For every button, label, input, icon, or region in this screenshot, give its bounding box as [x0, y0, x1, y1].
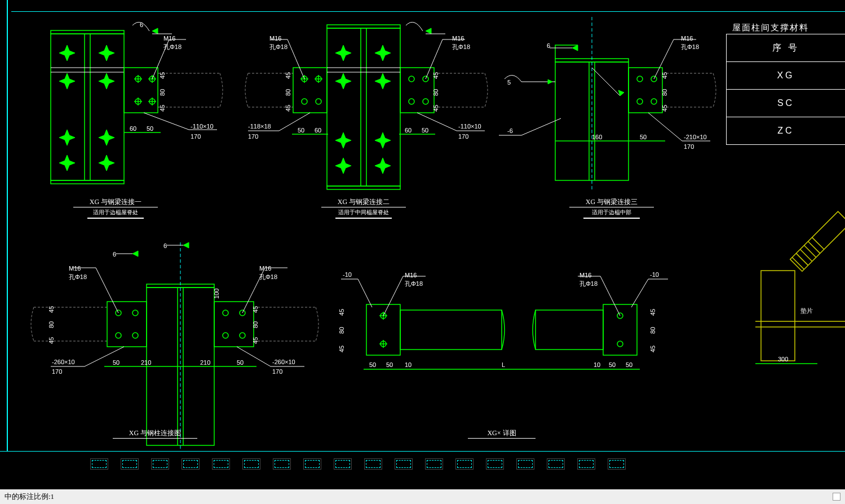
palette-item[interactable]	[182, 458, 200, 470]
svg-text:6: 6	[163, 242, 167, 249]
svg-text:45: 45	[285, 72, 291, 79]
svg-text:45: 45	[285, 105, 291, 112]
svg-text:5: 5	[507, 79, 511, 86]
svg-text:210: 210	[200, 359, 210, 366]
palette-item[interactable]	[212, 458, 230, 470]
svg-rect-118	[214, 302, 254, 347]
palette-item[interactable]	[608, 458, 626, 470]
svg-text:50: 50	[298, 127, 304, 134]
svg-text:10: 10	[405, 361, 412, 368]
svg-point-51	[409, 99, 414, 104]
palette-item[interactable]	[242, 458, 260, 470]
svg-text:170: 170	[248, 133, 258, 140]
palette-item[interactable]	[455, 458, 474, 470]
svg-text:-6: -6	[507, 127, 513, 134]
svg-rect-7	[124, 68, 158, 113]
palette-item[interactable]	[486, 458, 504, 470]
svg-point-115	[132, 310, 138, 316]
svg-rect-162	[536, 310, 603, 350]
svg-text:60: 60	[315, 127, 321, 134]
hole-label: 孔Φ18	[681, 43, 699, 51]
bottom-palette	[0, 451, 845, 474]
svg-point-86	[637, 76, 643, 82]
detail-note-2: 适用于中间榀屋脊处	[335, 209, 392, 219]
svg-point-89	[651, 99, 657, 104]
palette-item[interactable]	[577, 458, 595, 470]
svg-text:6: 6	[140, 21, 143, 28]
svg-text:-10: -10	[343, 271, 352, 278]
svg-text:垫片: 垫片	[800, 307, 813, 314]
palette-item[interactable]	[395, 458, 413, 470]
bolt-label: M16	[681, 35, 693, 42]
bolt-label: M16	[69, 265, 81, 272]
svg-text:170: 170	[52, 368, 62, 375]
palette-item[interactable]	[303, 458, 321, 470]
detail-note-1: 适用于边榀屋脊处	[87, 209, 144, 219]
palette-item[interactable]	[90, 458, 108, 470]
svg-text:50: 50	[147, 125, 153, 132]
svg-rect-161	[400, 310, 502, 350]
hole-label: 孔Φ18	[259, 273, 277, 281]
palette-item[interactable]	[121, 458, 139, 470]
svg-rect-48	[400, 68, 434, 113]
bolt-label: M16	[163, 35, 175, 42]
svg-rect-4	[51, 180, 124, 184]
svg-text:45: 45	[252, 306, 259, 313]
svg-line-177	[358, 279, 372, 307]
svg-rect-158	[603, 304, 637, 355]
palette-item[interactable]	[547, 458, 565, 470]
svg-text:45: 45	[661, 72, 668, 79]
drawing-svg: 6050 45 80 45 6 -110×10 170	[0, 0, 845, 462]
svg-text:-118×18: -118×18	[248, 123, 271, 130]
svg-text:80: 80	[252, 321, 259, 328]
hole-label: 孔Φ18	[405, 280, 423, 288]
svg-rect-190	[790, 211, 845, 271]
svg-rect-3	[51, 30, 124, 34]
svg-point-160	[617, 341, 623, 347]
svg-point-47	[316, 99, 321, 104]
svg-text:50: 50	[386, 361, 393, 368]
svg-text:80: 80	[661, 89, 668, 96]
detail-title-1: XG 与钢梁连接一	[73, 197, 158, 207]
hole-label: 孔Φ18	[452, 43, 470, 51]
svg-rect-38	[327, 186, 400, 189]
svg-text:45: 45	[338, 309, 345, 316]
svg-text:45: 45	[159, 72, 166, 79]
svg-text:50: 50	[237, 359, 244, 366]
hole-label: 孔Φ18	[69, 273, 87, 281]
palette-item[interactable]	[334, 458, 352, 470]
svg-line-180	[631, 279, 648, 307]
svg-text:60: 60	[130, 125, 136, 132]
palette-item[interactable]	[364, 458, 382, 470]
svg-text:170: 170	[458, 133, 468, 140]
bolt-label: M16	[259, 265, 271, 272]
detail-note-3: 适用于边榀中部	[583, 209, 640, 219]
svg-text:210: 210	[141, 359, 151, 366]
svg-text:60: 60	[405, 127, 412, 134]
status-bar: 中的标注比例:1	[0, 489, 845, 504]
svg-text:45: 45	[649, 309, 656, 316]
palette-item[interactable]	[151, 458, 169, 470]
svg-text:45: 45	[649, 346, 656, 352]
svg-text:-10: -10	[650, 271, 659, 278]
bolt-label: M16	[452, 35, 464, 42]
svg-text:300: 300	[778, 356, 788, 362]
svg-text:50: 50	[609, 361, 616, 368]
svg-text:50: 50	[626, 361, 632, 368]
palette-item[interactable]	[425, 458, 443, 470]
palette-item[interactable]	[516, 458, 534, 470]
svg-text:80: 80	[649, 327, 656, 334]
svg-text:6: 6	[113, 251, 116, 258]
svg-text:45: 45	[338, 346, 345, 352]
detail-title-2: XG 与钢梁连接二	[321, 197, 406, 207]
svg-text:45: 45	[48, 306, 55, 313]
svg-line-103	[648, 113, 682, 141]
svg-text:L: L	[502, 361, 505, 368]
cad-canvas[interactable]: 屋面柱间支撑材料 序 号 XG SC ZC	[0, 0, 845, 462]
palette-item[interactable]	[273, 458, 291, 470]
svg-point-121	[223, 333, 228, 338]
svg-text:45: 45	[48, 337, 55, 344]
svg-text:80: 80	[338, 327, 345, 334]
bolt-label: M16	[405, 272, 417, 278]
svg-rect-0	[51, 34, 124, 180]
